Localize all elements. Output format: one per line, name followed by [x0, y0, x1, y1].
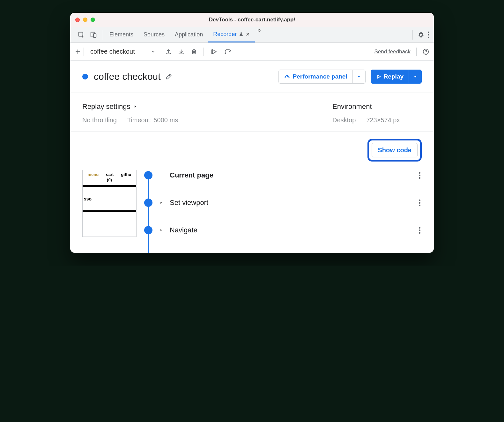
settings-gear-icon[interactable]: [417, 31, 424, 38]
svg-point-4: [428, 34, 429, 35]
svg-point-3: [428, 31, 429, 33]
recording-selector[interactable]: coffee checkout: [86, 47, 157, 57]
separator: [103, 30, 103, 40]
maximize-window-button[interactable]: [91, 18, 95, 22]
throttling-value: No throttling: [82, 117, 117, 124]
steps-area: menu cart githu (0) sso ▶ Current page: [82, 170, 422, 253]
chevron-down-icon: [151, 49, 155, 54]
recording-status-dot: [82, 74, 88, 79]
step-label: Set viewport: [170, 199, 208, 207]
svg-point-6: [225, 52, 226, 54]
step-menu-icon[interactable]: [419, 172, 422, 179]
tab-label: Sources: [144, 31, 165, 38]
close-tab-icon[interactable]: ✕: [246, 31, 250, 37]
recorder-toolbar: coffee checkout: [70, 43, 434, 61]
separator: [416, 48, 417, 56]
show-code-button[interactable]: Show code: [372, 143, 418, 157]
close-window-button[interactable]: [75, 18, 80, 22]
play-icon: [376, 74, 381, 79]
replay-settings-label: Replay settings: [82, 102, 130, 111]
step-dot: [144, 171, 152, 179]
step-label: Current page: [170, 171, 213, 179]
separator: [361, 117, 361, 124]
settings-row: Replay settings No throttling Timeout: 5…: [82, 93, 422, 132]
separator: [122, 117, 122, 124]
edit-title-icon[interactable]: [165, 73, 172, 80]
step-menu-icon[interactable]: [419, 200, 422, 206]
separator: [412, 30, 413, 40]
timeout-value: Timeout: 5000 ms: [127, 117, 178, 124]
window-title: DevTools - coffee-cart.netlify.app/: [70, 17, 434, 23]
import-icon[interactable]: [178, 48, 184, 55]
inspect-element-icon[interactable]: [78, 31, 85, 38]
timeline: ▶ Current page Set viewport: [144, 170, 422, 244]
tab-elements[interactable]: Elements: [104, 27, 138, 42]
separator: [84, 48, 84, 56]
chevron-right-icon: [133, 104, 137, 109]
minimize-window-button[interactable]: [83, 18, 87, 22]
thumb-cart-count: (0): [83, 177, 136, 182]
tab-label: Elements: [109, 31, 133, 38]
tab-application[interactable]: Application: [170, 27, 208, 42]
tabs: Elements Sources Application Recorder ✕ …: [104, 27, 263, 42]
step-label: Navigate: [170, 226, 197, 234]
new-recording-icon[interactable]: [75, 49, 81, 55]
thumb-nav-item: cart: [106, 172, 114, 177]
flask-icon: [239, 32, 244, 37]
environment-label: Environment: [332, 102, 372, 111]
step-dot: [144, 199, 152, 207]
thumb-divider: [83, 210, 136, 212]
recorder-panel: coffee checkout Performance panel: [70, 61, 434, 253]
thumb-divider: [83, 185, 136, 187]
step-dot: [144, 226, 152, 234]
performance-panel-button[interactable]: Performance panel: [278, 70, 366, 84]
replay-dropdown[interactable]: [409, 70, 421, 83]
continue-icon[interactable]: [210, 48, 218, 55]
expand-caret-icon[interactable]: [158, 228, 164, 232]
svg-point-8: [426, 53, 426, 53]
devtools-window: DevTools - coffee-cart.netlify.app/ Elem…: [70, 13, 434, 253]
thumb-nav-item: githu: [121, 172, 131, 177]
step-icon[interactable]: [224, 49, 233, 55]
step-menu-icon[interactable]: [419, 227, 422, 234]
svg-point-5: [428, 36, 429, 38]
svg-rect-2: [93, 34, 96, 37]
performance-panel-dropdown[interactable]: [352, 70, 365, 83]
thumb-body-text: sso: [83, 196, 136, 201]
delete-icon[interactable]: [191, 48, 197, 55]
viewport-value: 723×574 px: [366, 117, 400, 124]
separator: [204, 48, 204, 56]
recording-selector-label: coffee checkout: [90, 48, 135, 55]
replay-settings-toggle[interactable]: Replay settings: [82, 102, 320, 111]
expand-caret-icon[interactable]: [158, 201, 164, 205]
step-navigate[interactable]: Navigate: [144, 226, 422, 244]
send-feedback-link[interactable]: Send feedback: [374, 49, 411, 55]
more-tabs-button[interactable]: »: [255, 27, 263, 42]
page-thumbnail: menu cart githu (0) sso: [82, 170, 137, 237]
recording-header: coffee checkout Performance panel: [82, 61, 422, 93]
recording-title: coffee checkout: [94, 71, 161, 82]
show-code-highlight: Show code: [82, 132, 422, 170]
step-current-page[interactable]: ▶ Current page: [144, 171, 422, 199]
traffic-lights: [75, 18, 95, 22]
separator: [160, 48, 160, 56]
titlebar: DevTools - coffee-cart.netlify.app/: [70, 13, 434, 27]
replay-label: Replay: [384, 73, 404, 80]
device-value: Desktop: [332, 117, 356, 124]
tab-sources[interactable]: Sources: [138, 27, 170, 42]
show-code-label: Show code: [378, 147, 411, 154]
export-icon[interactable]: [165, 48, 172, 55]
tab-label: Recorder: [213, 31, 237, 38]
device-toolbar-icon[interactable]: [90, 31, 97, 38]
performance-panel-label: Performance panel: [293, 73, 347, 80]
step-set-viewport[interactable]: Set viewport: [144, 199, 422, 226]
help-icon[interactable]: [422, 48, 429, 55]
thumb-nav-item: menu: [88, 172, 99, 177]
gauge-icon: [284, 73, 290, 80]
devtools-tabbar: Elements Sources Application Recorder ✕ …: [70, 27, 434, 43]
tab-label: Application: [175, 31, 203, 38]
replay-button[interactable]: Replay: [371, 70, 422, 84]
tab-recorder[interactable]: Recorder ✕: [208, 27, 255, 42]
kebab-menu-icon[interactable]: [427, 31, 429, 38]
